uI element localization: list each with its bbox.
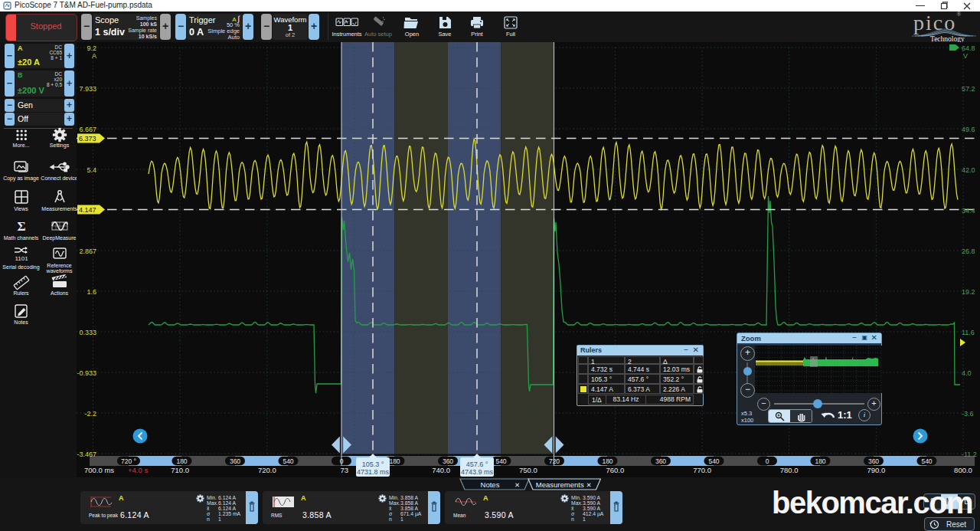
- svg-text:710.0: 710.0: [171, 466, 189, 474]
- svg-text:105.3 °: 105.3 °: [362, 461, 384, 468]
- svg-text:180: 180: [815, 457, 825, 465]
- svg-text:57.2: 57.2: [962, 85, 975, 93]
- svg-text:26.8: 26.8: [962, 247, 975, 255]
- svg-text:-0.933: -0.933: [77, 369, 96, 377]
- svg-text:4.0: 4.0: [962, 369, 972, 377]
- svg-text:6.373: 6.373: [79, 135, 96, 143]
- svg-text:457.6 °: 457.6 °: [466, 461, 488, 468]
- svg-text:-3.6: -3.6: [962, 410, 974, 418]
- svg-text:A: A: [92, 52, 96, 60]
- svg-text:Notes: Notes: [481, 480, 500, 489]
- svg-text:800.0: 800.0: [954, 466, 972, 474]
- svg-text:360: 360: [230, 457, 240, 465]
- svg-text:64.8: 64.8: [962, 44, 975, 52]
- svg-text:720.0: 720.0: [258, 466, 276, 474]
- svg-text:4743.9 ms: 4743.9 ms: [461, 468, 494, 476]
- svg-text:1101: 1101: [15, 255, 28, 262]
- svg-text:790.0: 790.0: [867, 466, 885, 474]
- svg-text:49.6: 49.6: [962, 126, 975, 133]
- svg-text:770.0: 770.0: [693, 466, 711, 474]
- svg-text:2.867: 2.867: [79, 247, 96, 255]
- svg-text:V: V: [963, 52, 968, 60]
- svg-text:750.0: 750.0: [519, 466, 537, 474]
- svg-text:11.6: 11.6: [962, 329, 975, 336]
- svg-text:720 °: 720 °: [121, 457, 136, 465]
- svg-text:740.0: 740.0: [432, 466, 450, 474]
- svg-text:-11.2: -11.2: [962, 451, 977, 458]
- svg-text:540: 540: [921, 457, 932, 465]
- svg-text:0: 0: [766, 457, 769, 465]
- svg-text:34.4: 34.4: [962, 207, 975, 215]
- svg-text:7.933: 7.933: [79, 85, 96, 93]
- svg-text:-3.467: -3.467: [77, 451, 96, 458]
- svg-text:✕: ✕: [586, 481, 591, 489]
- svg-text:180: 180: [602, 457, 612, 465]
- svg-text:Σ: Σ: [17, 219, 25, 234]
- svg-text:✕: ✕: [514, 481, 520, 489]
- svg-text:+4.0 s: +4.0 s: [128, 466, 148, 474]
- svg-text:-2.2: -2.2: [84, 410, 96, 418]
- svg-text:360: 360: [655, 457, 666, 465]
- svg-text:780.0: 780.0: [780, 466, 799, 474]
- svg-text:180: 180: [176, 457, 187, 465]
- svg-text:360: 360: [443, 457, 453, 465]
- svg-text:540: 540: [283, 457, 293, 465]
- svg-text:5.4: 5.4: [87, 166, 96, 174]
- svg-text:700.0 ms: 700.0 ms: [84, 466, 114, 474]
- svg-text:0.333: 0.333: [79, 329, 96, 336]
- svg-text:19.2: 19.2: [962, 288, 975, 296]
- svg-text:540: 540: [708, 457, 719, 465]
- svg-text:720: 720: [549, 457, 560, 465]
- svg-text:9.2: 9.2: [87, 44, 96, 52]
- svg-text:360: 360: [868, 457, 879, 465]
- svg-text:180: 180: [389, 457, 400, 465]
- svg-text:6.667: 6.667: [79, 126, 96, 133]
- svg-text:4.147: 4.147: [79, 206, 96, 214]
- svg-text:760.0: 760.0: [606, 466, 625, 474]
- svg-text:73: 73: [340, 466, 348, 474]
- svg-text:4731.8 ms: 4731.8 ms: [357, 468, 390, 476]
- svg-text:42.0: 42.0: [962, 166, 975, 174]
- svg-text:1.6: 1.6: [87, 288, 96, 296]
- svg-text:540: 540: [495, 457, 506, 465]
- svg-text:Measurements: Measurements: [535, 480, 583, 489]
